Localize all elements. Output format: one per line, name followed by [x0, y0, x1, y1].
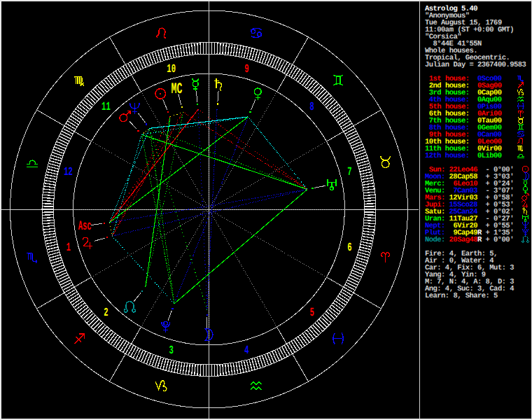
svg-text:8: 8 — [309, 101, 314, 114]
svg-text:2: 2 — [104, 307, 108, 320]
svg-text:Node:20Sag48R+ 0°00': Node:20Sag48R+ 0°00' — [425, 236, 514, 244]
svg-text:10: 10 — [167, 63, 176, 76]
svg-text:11: 11 — [102, 101, 111, 114]
svg-text:4: 4 — [244, 344, 248, 358]
svg-text:1: 1 — [66, 241, 70, 255]
svg-text:5: 5 — [309, 307, 314, 320]
svg-text:3: 3 — [169, 344, 174, 358]
svg-text:Asc: Asc — [78, 218, 92, 234]
svg-text:6: 6 — [347, 241, 351, 255]
svg-text:7: 7 — [347, 166, 351, 179]
svg-text:Learn: 8, Share: 5: Learn: 8, Share: 5 — [425, 292, 498, 300]
svg-text:Julian Day = 2367400.9583: Julian Day = 2367400.9583 — [425, 61, 526, 69]
svg-text:MC: MC — [172, 80, 183, 98]
svg-text:9: 9 — [244, 63, 248, 76]
svg-text:12: 12 — [64, 166, 73, 179]
svg-text:12th house:0Lib00: 12th house:0Lib00 — [425, 152, 502, 160]
